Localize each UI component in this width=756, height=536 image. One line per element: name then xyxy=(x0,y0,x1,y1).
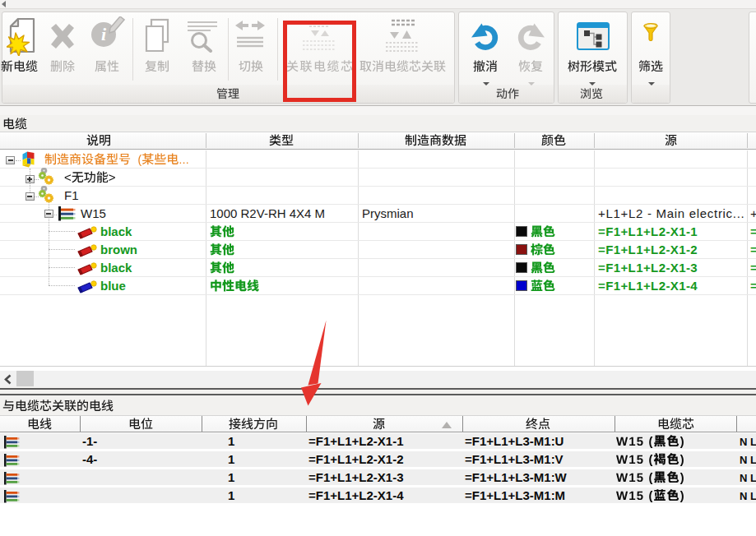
svg-text:i: i xyxy=(101,24,107,44)
